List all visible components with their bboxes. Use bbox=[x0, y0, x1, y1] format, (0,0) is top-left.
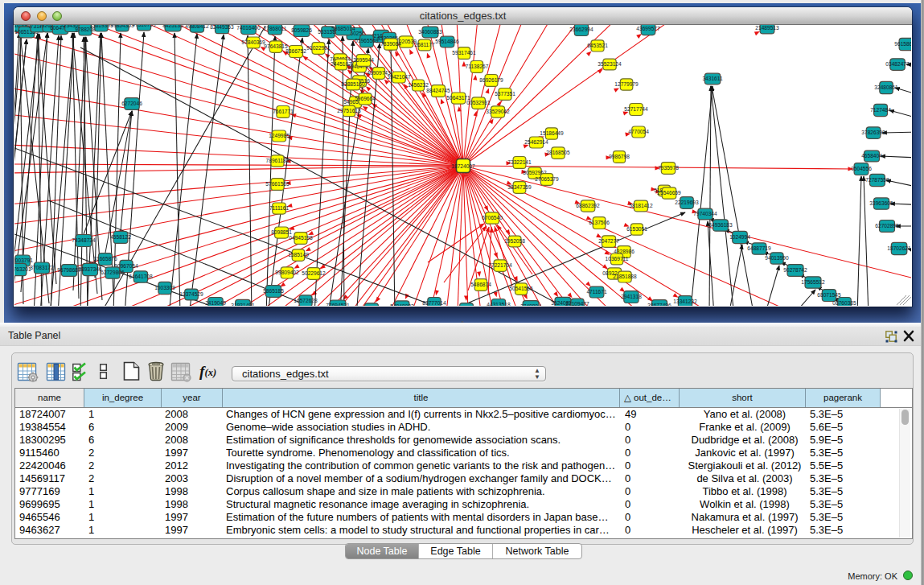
svg-text:43699577: 43699577 bbox=[636, 26, 660, 31]
svg-text:7661771: 7661771 bbox=[273, 109, 294, 114]
svg-text:4770054: 4770054 bbox=[628, 129, 649, 134]
svg-text:78961183: 78961183 bbox=[266, 158, 290, 163]
svg-text:1024994: 1024994 bbox=[729, 234, 750, 240]
svg-text:12779979: 12779979 bbox=[614, 81, 639, 87]
svg-text:03482477: 03482477 bbox=[885, 61, 910, 67]
svg-text:86926179: 86926179 bbox=[479, 77, 503, 83]
svg-text:3431611: 3431611 bbox=[702, 76, 723, 81]
svg-text:29751613: 29751613 bbox=[337, 108, 361, 113]
svg-text:33963605: 33963605 bbox=[869, 200, 893, 206]
svg-text:59514846: 59514846 bbox=[435, 39, 459, 44]
svg-text:68862392: 68862392 bbox=[576, 203, 600, 208]
svg-text:5969664: 5969664 bbox=[355, 96, 376, 101]
svg-text:38347359: 38347359 bbox=[507, 184, 532, 190]
svg-text:32480861: 32480861 bbox=[874, 84, 898, 90]
svg-text:44313518: 44313518 bbox=[487, 302, 511, 306]
svg-text:5377351: 5377351 bbox=[495, 91, 515, 97]
svg-text:99854353: 99854353 bbox=[110, 25, 134, 28]
svg-text:18702621: 18702621 bbox=[887, 245, 911, 251]
svg-text:77221704: 77221704 bbox=[488, 262, 512, 268]
svg-text:39421047: 39421047 bbox=[387, 74, 411, 80]
svg-text:6272046: 6272046 bbox=[121, 101, 142, 106]
svg-text:49808412: 49808412 bbox=[185, 25, 209, 29]
svg-text:37826398: 37826398 bbox=[861, 130, 885, 135]
svg-text:1249985: 1249985 bbox=[269, 133, 290, 138]
svg-text:27868011: 27868011 bbox=[264, 26, 287, 31]
svg-text:58181412: 58181412 bbox=[629, 203, 653, 208]
svg-text:96158657: 96158657 bbox=[894, 41, 911, 47]
svg-text:79740344: 79740344 bbox=[693, 211, 717, 216]
svg-text:21489513: 21489513 bbox=[755, 25, 779, 31]
svg-text:97840369: 97840369 bbox=[241, 39, 265, 45]
svg-text:01965569: 01965569 bbox=[355, 38, 379, 43]
svg-text:47510799: 47510799 bbox=[132, 25, 156, 27]
svg-text:31931491: 31931491 bbox=[231, 303, 255, 306]
svg-text:18724007: 18724007 bbox=[451, 163, 475, 169]
svg-text:2681177: 2681177 bbox=[414, 42, 435, 47]
svg-text:9986798: 9986798 bbox=[609, 154, 630, 159]
svg-text:83885160: 83885160 bbox=[341, 81, 365, 87]
svg-text:33529042: 33529042 bbox=[486, 109, 510, 114]
svg-text:71138267: 71138267 bbox=[466, 64, 489, 69]
svg-text:1003309: 1003309 bbox=[154, 285, 175, 290]
svg-text:34936183: 34936183 bbox=[708, 222, 733, 228]
svg-text:58685014: 58685014 bbox=[331, 26, 355, 31]
svg-text:2003791: 2003791 bbox=[14, 257, 33, 263]
svg-text:34060883: 34060883 bbox=[418, 29, 442, 35]
svg-text:19374529: 19374529 bbox=[179, 291, 203, 297]
svg-text:38677496: 38677496 bbox=[647, 303, 671, 306]
svg-text:8098851: 8098851 bbox=[271, 229, 292, 235]
svg-text:74016400: 74016400 bbox=[236, 25, 261, 31]
svg-text:2445107: 2445107 bbox=[331, 61, 351, 67]
svg-text:35523124: 35523124 bbox=[598, 61, 622, 67]
svg-text:8366752: 8366752 bbox=[285, 48, 306, 54]
svg-text:7839084: 7839084 bbox=[380, 41, 401, 47]
svg-text:88424745: 88424745 bbox=[426, 88, 450, 93]
svg-text:21851888: 21851888 bbox=[613, 274, 637, 279]
svg-text:2419049: 2419049 bbox=[205, 300, 226, 306]
svg-text:27109477: 27109477 bbox=[565, 301, 589, 306]
svg-text:15186449: 15186449 bbox=[540, 130, 564, 136]
svg-text:28168505: 28168505 bbox=[546, 150, 570, 155]
svg-text:97643815: 97643815 bbox=[264, 43, 288, 49]
svg-text:6706540: 6706540 bbox=[482, 215, 503, 220]
svg-text:36763201: 36763201 bbox=[14, 266, 31, 272]
svg-text:8059826: 8059826 bbox=[291, 27, 312, 33]
svg-text:22219693: 22219693 bbox=[675, 200, 699, 205]
svg-text:23662994: 23662994 bbox=[569, 27, 593, 32]
svg-text:72787558: 72787558 bbox=[865, 177, 889, 183]
svg-text:4711671: 4711671 bbox=[586, 289, 607, 295]
svg-text:4658404: 4658404 bbox=[861, 153, 882, 159]
svg-text:7935978: 7935978 bbox=[658, 165, 679, 171]
svg-text:7127484: 7127484 bbox=[870, 107, 891, 113]
svg-text:91022901: 91022901 bbox=[306, 45, 331, 51]
svg-text:54948083: 54948083 bbox=[390, 303, 414, 306]
svg-text:64887719: 64887719 bbox=[747, 245, 771, 251]
svg-text:52717744: 52717744 bbox=[624, 106, 648, 112]
svg-text:74348734: 74348734 bbox=[72, 237, 96, 243]
svg-text:82449353: 82449353 bbox=[210, 25, 234, 30]
svg-text:08760385: 08760385 bbox=[832, 300, 856, 306]
svg-text:4558122: 4558122 bbox=[110, 234, 131, 240]
svg-text:87083172: 87083172 bbox=[30, 265, 54, 270]
svg-text:59317461: 59317461 bbox=[452, 50, 476, 56]
svg-text:50541566: 50541566 bbox=[509, 286, 533, 291]
svg-text:2047277: 2047277 bbox=[598, 238, 619, 244]
svg-text:99809402: 99809402 bbox=[275, 270, 299, 275]
svg-text:17565512: 17565512 bbox=[801, 279, 825, 285]
svg-text:7111161: 7111161 bbox=[269, 205, 290, 211]
svg-text:90278742: 90278742 bbox=[783, 267, 807, 273]
svg-text:16572628: 16572628 bbox=[294, 298, 318, 303]
svg-text:0504556: 0504556 bbox=[851, 166, 872, 171]
svg-text:1456232: 1456232 bbox=[408, 82, 429, 88]
svg-text:13341232: 13341232 bbox=[673, 299, 697, 304]
svg-text:6153051: 6153051 bbox=[626, 226, 647, 232]
svg-text:6137506: 6137506 bbox=[589, 220, 610, 225]
svg-text:50229612: 50229612 bbox=[302, 270, 326, 276]
svg-text:64641708: 64641708 bbox=[129, 274, 153, 279]
svg-text:68071545: 68071545 bbox=[817, 292, 841, 298]
svg-text:25546659: 25546659 bbox=[657, 190, 681, 196]
svg-text:27065379: 27065379 bbox=[535, 176, 559, 182]
svg-text:3749894: 3749894 bbox=[520, 303, 541, 306]
svg-text:(x): (x) bbox=[205, 367, 217, 378]
